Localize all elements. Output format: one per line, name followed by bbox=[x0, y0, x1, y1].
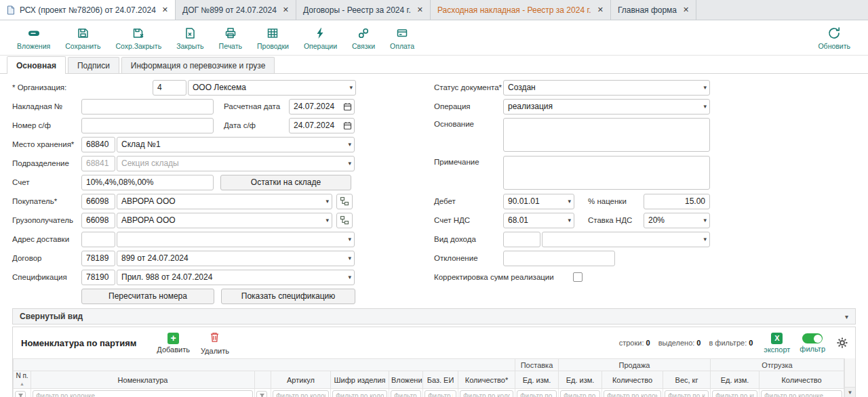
tab-close-icon[interactable]: ✕ bbox=[283, 6, 289, 14]
delivery-address-select[interactable]: ▾ bbox=[117, 232, 355, 247]
col-weight[interactable]: Вес, кг bbox=[663, 371, 711, 389]
tab-close-icon[interactable]: ✕ bbox=[683, 6, 689, 14]
delivery-address-code-input[interactable] bbox=[81, 232, 115, 247]
calendar-icon[interactable] bbox=[343, 102, 352, 111]
note-textarea[interactable] bbox=[503, 156, 710, 190]
col-article[interactable]: Артикул bbox=[271, 371, 331, 389]
tab-close-icon[interactable]: ✕ bbox=[162, 6, 168, 14]
filter-input[interactable] bbox=[560, 390, 600, 397]
payment-button[interactable]: Оплата bbox=[382, 24, 422, 51]
subtab-cargo-info[interactable]: Информация о перевозчике и грузе bbox=[121, 57, 275, 73]
tab-main-form[interactable]: Главная форма ✕ bbox=[611, 0, 696, 20]
filter-input[interactable] bbox=[665, 390, 709, 397]
col-supply-unit[interactable]: Ед. изм. bbox=[515, 371, 559, 389]
export-excel-button[interactable]: экспорт bbox=[764, 333, 790, 354]
department-code-input[interactable] bbox=[81, 156, 115, 171]
invoice-no-input[interactable] bbox=[81, 99, 214, 114]
filter-input[interactable] bbox=[460, 390, 513, 397]
department-select[interactable]: Секция склады ▾ bbox=[117, 156, 355, 171]
links-button[interactable]: Связки bbox=[344, 24, 382, 51]
contract-select[interactable]: 899 от 24.07.2024 ▾ bbox=[117, 251, 355, 266]
buyer-select[interactable]: АВРОРА ООО ▾ bbox=[117, 194, 332, 209]
operations-button[interactable]: Операции bbox=[296, 24, 344, 51]
col-quantity[interactable]: Количество* bbox=[458, 371, 515, 389]
sf-no-input[interactable] bbox=[81, 118, 214, 133]
print-button[interactable]: Печать bbox=[212, 24, 250, 51]
filter-input[interactable] bbox=[33, 390, 253, 397]
stock-balance-button[interactable]: Остатки на складе bbox=[220, 175, 351, 190]
postings-button[interactable]: Проводки bbox=[250, 24, 296, 51]
tab-rsx-project[interactable]: РСХ (проект №78206) от 24.07.2024 ✕ bbox=[0, 0, 176, 20]
filter-input[interactable] bbox=[761, 390, 842, 397]
delete-row-button[interactable]: Удалить bbox=[201, 331, 229, 355]
add-row-button[interactable]: Добавить bbox=[157, 333, 190, 354]
buyer-code-input[interactable] bbox=[81, 194, 115, 209]
vat-account-select[interactable]: 68.01 ▾ bbox=[503, 213, 574, 228]
basis-textarea[interactable] bbox=[503, 118, 710, 152]
income-type-code-input[interactable] bbox=[503, 232, 540, 247]
refresh-button[interactable]: Обновить bbox=[810, 24, 865, 51]
col-nomenclature[interactable]: Номенклатура bbox=[31, 371, 255, 389]
tab-close-icon[interactable]: ✕ bbox=[417, 6, 423, 14]
grid-settings-button[interactable] bbox=[836, 337, 848, 349]
subtab-main[interactable]: Основная bbox=[7, 56, 66, 74]
filter-input[interactable] bbox=[712, 390, 757, 397]
storage-code-input[interactable] bbox=[81, 137, 115, 152]
tab-contracts-registry[interactable]: Договоры - Реестр за 2024 г. ✕ bbox=[296, 0, 431, 20]
filter-cell-icon bbox=[255, 389, 271, 397]
specification-code-input[interactable] bbox=[81, 270, 115, 285]
operation-select[interactable]: реализация ▾ bbox=[503, 99, 710, 114]
col-sale-quantity[interactable]: Количество bbox=[602, 371, 663, 389]
scroll-down-icon[interactable]: ▼ bbox=[845, 387, 855, 397]
filter-input[interactable] bbox=[604, 390, 661, 397]
tab-dog-899[interactable]: ДОГ №899 от 24.07.2024 ✕ bbox=[176, 0, 296, 20]
recalc-numbers-button[interactable]: Пересчитать номера bbox=[81, 289, 214, 304]
vat-rate-select[interactable]: 20% ▾ bbox=[644, 213, 710, 228]
consignee-code-input[interactable] bbox=[81, 213, 115, 228]
tab-expense-invoice-registry[interactable]: Расходная накладная - Реестр за 2024 г. … bbox=[431, 0, 611, 20]
correction-checkbox[interactable] bbox=[573, 272, 583, 282]
filter-input[interactable] bbox=[332, 390, 387, 397]
col-nesting[interactable]: Вложени bbox=[389, 371, 423, 389]
chevron-down-icon: ▾ bbox=[326, 198, 329, 205]
collapsed-view-bar[interactable]: Свернутый вид ▾ bbox=[12, 308, 856, 325]
filter-funnel-icon[interactable] bbox=[15, 391, 26, 397]
storage-select[interactable]: Склад №1 ▾ bbox=[117, 137, 355, 152]
consignee-hierarchy-button[interactable] bbox=[336, 213, 353, 228]
tab-close-icon[interactable]: ✕ bbox=[597, 6, 604, 14]
grid-vertical-scrollbar[interactable]: ▼ bbox=[844, 358, 855, 397]
save-close-button[interactable]: Сохр.Закрыть bbox=[108, 24, 169, 51]
chevron-down-icon: ▾ bbox=[326, 217, 329, 224]
organization-select[interactable]: ООО Лексема ▾ bbox=[188, 80, 356, 96]
show-specification-button[interactable]: Показать спецификацию bbox=[221, 289, 355, 304]
filter-input[interactable] bbox=[517, 390, 557, 397]
col-product-code[interactable]: Шифр изделия bbox=[331, 371, 389, 389]
col-sale-unit[interactable]: Ед. изм. bbox=[559, 371, 602, 389]
filter-toggle-button[interactable]: фильтр bbox=[800, 333, 825, 353]
calendar-icon[interactable] bbox=[343, 121, 352, 130]
filter-funnel-icon[interactable] bbox=[256, 391, 267, 397]
account-input[interactable] bbox=[81, 175, 214, 190]
status-select[interactable]: Создан ▾ bbox=[503, 80, 710, 96]
specification-select[interactable]: Прил. 988 от 24.07.2024 ▾ bbox=[117, 270, 355, 285]
buyer-hierarchy-button[interactable] bbox=[336, 194, 353, 209]
consignee-select[interactable]: АВРОРА ООО ▾ bbox=[117, 213, 332, 228]
markup-input[interactable] bbox=[644, 194, 710, 209]
col-ship-unit[interactable]: Ед. изм. bbox=[711, 371, 760, 389]
filter-input[interactable] bbox=[273, 390, 329, 397]
col-num[interactable]: N п. ▲ bbox=[14, 371, 31, 389]
col-ship-quantity[interactable]: Количество bbox=[760, 371, 844, 389]
close-button[interactable]: Закрыть bbox=[169, 24, 211, 51]
deviation-input[interactable] bbox=[503, 251, 615, 266]
filter-input[interactable] bbox=[425, 390, 456, 397]
income-type-select[interactable]: ▾ bbox=[542, 232, 710, 247]
filter-input[interactable] bbox=[391, 390, 421, 397]
col-base-unit[interactable]: Баз. ЕИ bbox=[423, 371, 458, 389]
trash-icon bbox=[210, 331, 220, 346]
contract-code-input[interactable] bbox=[81, 251, 115, 266]
attachments-button[interactable]: Вложения bbox=[9, 24, 58, 51]
debit-select[interactable]: 90.01.01 ▾ bbox=[503, 194, 574, 209]
organization-code-input[interactable] bbox=[153, 80, 186, 96]
subtab-signatures[interactable]: Подписи bbox=[68, 57, 119, 73]
save-button[interactable]: Сохранить bbox=[58, 24, 108, 51]
